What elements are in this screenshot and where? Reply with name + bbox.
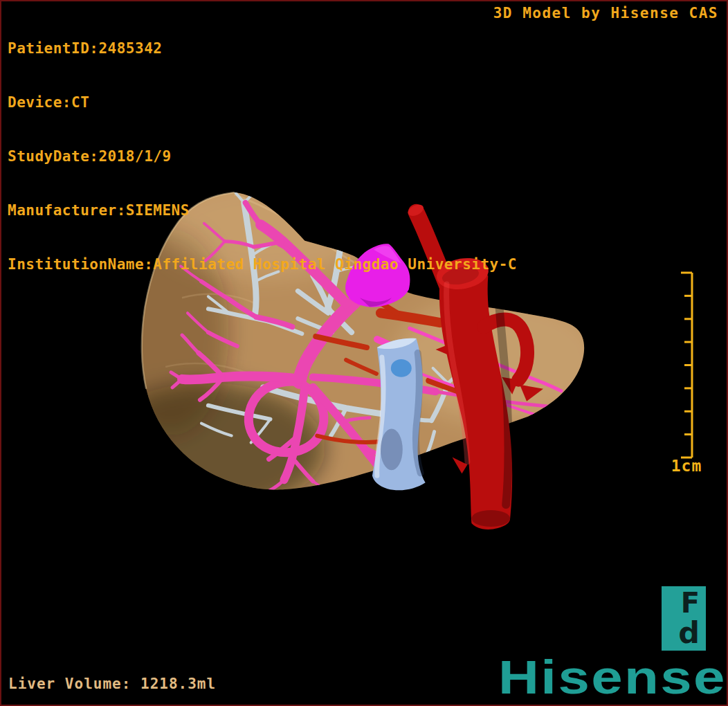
hisense-wordmark: Hisense [498, 653, 727, 700]
dicom-line-device: Device:CT [8, 93, 517, 111]
fd-logo-badge: F d [662, 586, 706, 651]
liver-volume-readout: Liver Volume: 1218.3ml [8, 676, 216, 692]
ivc-vessel [372, 338, 426, 491]
dicom-info-overlay: PatientID:2485342 Device:CT StudyDate:20… [8, 3, 517, 309]
dicom-line-institution: InstitutionName:Affiliated Hospital Qing… [8, 255, 517, 273]
ivc-surface-patch [391, 359, 412, 377]
viewer-window: PatientID:2485342 Device:CT StudyDate:20… [0, 0, 728, 706]
scale-bar-label: 1cm [667, 457, 706, 475]
dicom-line-patient-id: PatientID:2485342 [8, 39, 517, 57]
fd-logo-letter-f: F [681, 589, 700, 617]
dicom-line-study-date: StudyDate:2018/1/9 [8, 147, 517, 165]
scale-bar [664, 266, 706, 473]
dicom-line-manufacturer: Manufacturer:SIEMENS [8, 201, 517, 219]
fd-logo-letter-d: d [678, 618, 700, 648]
watermark-text: 3D Model by Hisense CAS [493, 5, 718, 21]
